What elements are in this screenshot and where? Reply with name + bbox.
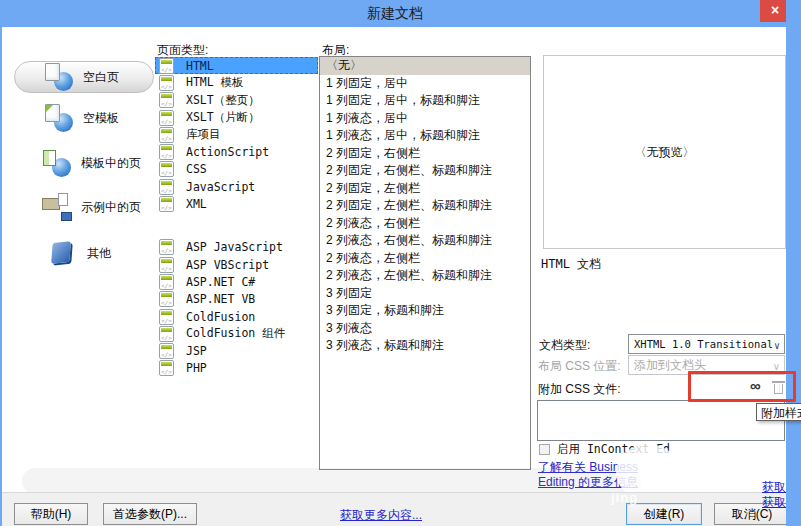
pagetype-item-jsp[interactable]: JSP [155,342,318,359]
preview-box: 〈无预览〉 [543,55,786,249]
other-icon [48,239,78,267]
document-icon [159,257,174,273]
window-border [786,0,801,526]
layout-item[interactable]: 1 列液态，居中 [320,110,530,128]
layout-item[interactable]: 2 列液态，左侧栏、标题和脚注 [320,267,530,285]
pagetype-item-aspnet-csharp[interactable]: ASP.NET C# [155,273,318,290]
document-icon [159,291,174,307]
pagetype-item-coldfusion-component[interactable]: ColdFusion 组件 [155,325,318,342]
document-icon [159,326,174,342]
annotation-highlight-box [688,371,796,402]
document-icon [159,343,174,359]
sidebar-item-label: 空白页 [83,69,119,86]
layout-item[interactable]: 1 列液态，居中，标题和脚注 [320,127,530,145]
document-icon [159,239,174,255]
document-icon [159,309,174,325]
pagetype-list: HTML HTML 模板 XSLT（整页） XSLT（片断） 库项目 Actio… [155,57,318,377]
layout-item[interactable]: 3 列液态，标题和脚注 [320,337,530,355]
layout-item[interactable]: 2 列固定，右侧栏 [320,145,530,163]
pagetype-item-html[interactable]: HTML [155,57,318,74]
layout-item[interactable]: 2 列液态，左侧栏 [320,250,530,268]
pagetype-item-xslt-full[interactable]: XSLT（整页） [155,92,318,109]
page-from-sample-icon [42,193,72,221]
pagetype-item-xslt-fragment[interactable]: XSLT（片断） [155,109,318,126]
sidebar-item-blank-template[interactable]: 空模板 [44,103,119,133]
layout-item[interactable]: 3 列固定，标题和脚注 [320,302,530,320]
document-icon [159,179,174,195]
watermark-bar [22,468,642,494]
pagetype-item-php[interactable]: PHP [155,360,318,377]
pagetype-item-library[interactable]: 库项目 [155,126,318,143]
document-icon [159,110,174,126]
pagetype-item-css[interactable]: CSS [155,161,318,178]
document-icon [159,58,174,74]
layout-item[interactable]: 2 列固定，左侧栏 [320,180,530,198]
document-icon [159,75,174,91]
layout-item[interactable]: 2 列固定，左侧栏、标题和脚注 [320,197,530,215]
layout-item[interactable]: 1 列固定，居中 [320,75,530,93]
page-from-template-icon [42,149,72,177]
sidebar-item-blank-page[interactable]: 空白页 [44,62,119,92]
chevron-down-icon: ∨ [774,337,780,354]
layout-item[interactable]: 3 列固定 [320,285,530,303]
create-button[interactable]: 创建(R) [626,503,702,525]
preview-description: HTML 文档 [541,256,601,273]
pagetype-item-coldfusion[interactable]: ColdFusion [155,308,318,325]
preferences-button[interactable]: 首选参数(P)... [103,503,197,525]
doctype-value: XHTML 1.0 Transitional [634,338,773,350]
layout-item[interactable]: 〈无〉 [320,57,530,75]
document-icon [159,274,174,290]
document-icon [159,92,174,108]
layout-item[interactable]: 3 列液态 [320,320,530,338]
doctype-label: 文档类型: [539,337,590,354]
attached-css-filelist[interactable] [537,400,785,441]
pagetype-item-javascript[interactable]: JavaScript [155,178,318,195]
titlebar: 新建文档 [0,0,801,27]
sidebar-item-label: 模板中的页 [81,155,141,172]
css-position-label: 布局 CSS 位置: [538,358,621,375]
document-icon [159,144,174,160]
get-more-content-link[interactable]: 获取更多内容... [340,507,422,524]
css-position-value: 添加到文档头 [634,358,706,372]
preview-placeholder: 〈无预览〉 [635,144,695,161]
sidebar-item-label: 空模板 [83,110,119,127]
layout-list: 〈无〉 1 列固定，居中 1 列固定，居中，标题和脚注 1 列液态，居中 1 列… [319,56,531,470]
pagetype-item-actionscript[interactable]: ActionScript [155,143,318,160]
sidebar-item-page-from-template[interactable]: 模板中的页 [42,148,141,178]
pagetype-item-aspnet-vb[interactable]: ASP.NET VB [155,291,318,308]
watermark-jing: jing [611,490,638,505]
pagetype-item-asp-javascript[interactable]: ASP JavaScript [155,239,318,256]
incontext-editing-checkbox[interactable] [539,444,550,455]
pagetype-item-asp-vbscript[interactable]: ASP VBScript [155,256,318,273]
pagetype-item-xml[interactable]: XML [155,195,318,212]
blank-template-icon [44,104,74,132]
dialog-title: 新建文档 [0,5,790,23]
document-icon [159,196,174,212]
help-button[interactable]: 帮助(H) [14,503,88,525]
pagetype-group-gap [155,213,318,239]
sidebar-item-label: 示例中的页 [81,199,141,216]
doctype-select[interactable]: XHTML 1.0 Transitional ∨ [628,334,785,354]
document-icon [159,360,174,376]
layout-item[interactable]: 2 列液态，右侧栏 [320,215,530,233]
sidebar-item-page-from-sample[interactable]: 示例中的页 [42,192,141,222]
new-document-dialog: 新建文档 × 空白页 空模板 模板中的页 示例中的页 其他 页面类型: HTML… [0,0,801,526]
blank-page-icon [44,63,74,91]
document-icon [159,161,174,177]
attach-stylesheet-tooltip: 附加样式表 [756,403,801,421]
layout-item[interactable]: 2 列液态，右侧栏、标题和脚注 [320,232,530,250]
sidebar-item-other[interactable]: 其他 [48,238,111,268]
sidebar-item-label: 其他 [87,245,111,262]
document-icon [159,127,174,143]
layout-item[interactable]: 2 列固定，右侧栏、标题和脚注 [320,162,530,180]
attach-css-label: 附加 CSS 文件: [538,381,621,398]
layout-item[interactable]: 1 列固定，居中，标题和脚注 [320,92,530,110]
pagetype-item-html-template[interactable]: HTML 模板 [155,74,318,91]
